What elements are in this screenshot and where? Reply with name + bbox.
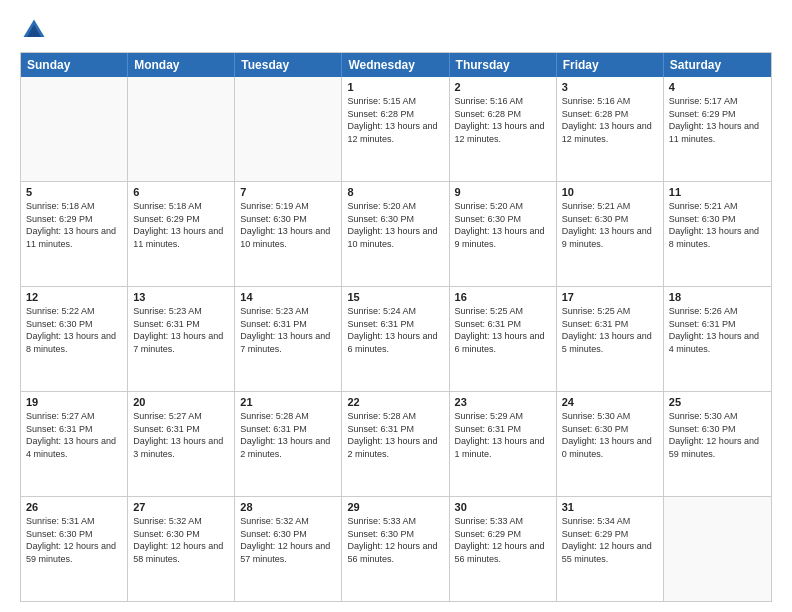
day-number: 24 bbox=[562, 396, 658, 408]
day-cell-5: 5Sunrise: 5:18 AM Sunset: 6:29 PM Daylig… bbox=[21, 182, 128, 286]
empty-cell-0-2 bbox=[235, 77, 342, 181]
day-number: 29 bbox=[347, 501, 443, 513]
day-info: Sunrise: 5:32 AM Sunset: 6:30 PM Dayligh… bbox=[133, 515, 229, 565]
day-info: Sunrise: 5:18 AM Sunset: 6:29 PM Dayligh… bbox=[26, 200, 122, 250]
day-info: Sunrise: 5:30 AM Sunset: 6:30 PM Dayligh… bbox=[562, 410, 658, 460]
day-cell-19: 19Sunrise: 5:27 AM Sunset: 6:31 PM Dayli… bbox=[21, 392, 128, 496]
day-number: 31 bbox=[562, 501, 658, 513]
day-number: 9 bbox=[455, 186, 551, 198]
empty-cell-0-1 bbox=[128, 77, 235, 181]
day-cell-25: 25Sunrise: 5:30 AM Sunset: 6:30 PM Dayli… bbox=[664, 392, 771, 496]
header-day-thursday: Thursday bbox=[450, 53, 557, 77]
calendar-row-0: 1Sunrise: 5:15 AM Sunset: 6:28 PM Daylig… bbox=[21, 77, 771, 181]
day-info: Sunrise: 5:16 AM Sunset: 6:28 PM Dayligh… bbox=[562, 95, 658, 145]
day-info: Sunrise: 5:21 AM Sunset: 6:30 PM Dayligh… bbox=[669, 200, 766, 250]
calendar-header: SundayMondayTuesdayWednesdayThursdayFrid… bbox=[21, 53, 771, 77]
day-cell-9: 9Sunrise: 5:20 AM Sunset: 6:30 PM Daylig… bbox=[450, 182, 557, 286]
day-cell-7: 7Sunrise: 5:19 AM Sunset: 6:30 PM Daylig… bbox=[235, 182, 342, 286]
day-number: 15 bbox=[347, 291, 443, 303]
day-info: Sunrise: 5:23 AM Sunset: 6:31 PM Dayligh… bbox=[133, 305, 229, 355]
logo bbox=[20, 16, 52, 44]
day-info: Sunrise: 5:29 AM Sunset: 6:31 PM Dayligh… bbox=[455, 410, 551, 460]
day-number: 16 bbox=[455, 291, 551, 303]
day-cell-31: 31Sunrise: 5:34 AM Sunset: 6:29 PM Dayli… bbox=[557, 497, 664, 601]
day-info: Sunrise: 5:30 AM Sunset: 6:30 PM Dayligh… bbox=[669, 410, 766, 460]
day-info: Sunrise: 5:17 AM Sunset: 6:29 PM Dayligh… bbox=[669, 95, 766, 145]
day-number: 22 bbox=[347, 396, 443, 408]
day-cell-28: 28Sunrise: 5:32 AM Sunset: 6:30 PM Dayli… bbox=[235, 497, 342, 601]
day-info: Sunrise: 5:27 AM Sunset: 6:31 PM Dayligh… bbox=[133, 410, 229, 460]
day-info: Sunrise: 5:20 AM Sunset: 6:30 PM Dayligh… bbox=[455, 200, 551, 250]
day-cell-17: 17Sunrise: 5:25 AM Sunset: 6:31 PM Dayli… bbox=[557, 287, 664, 391]
day-info: Sunrise: 5:23 AM Sunset: 6:31 PM Dayligh… bbox=[240, 305, 336, 355]
day-number: 8 bbox=[347, 186, 443, 198]
day-info: Sunrise: 5:18 AM Sunset: 6:29 PM Dayligh… bbox=[133, 200, 229, 250]
day-cell-24: 24Sunrise: 5:30 AM Sunset: 6:30 PM Dayli… bbox=[557, 392, 664, 496]
logo-icon bbox=[20, 16, 48, 44]
day-cell-20: 20Sunrise: 5:27 AM Sunset: 6:31 PM Dayli… bbox=[128, 392, 235, 496]
day-number: 27 bbox=[133, 501, 229, 513]
day-cell-11: 11Sunrise: 5:21 AM Sunset: 6:30 PM Dayli… bbox=[664, 182, 771, 286]
day-cell-8: 8Sunrise: 5:20 AM Sunset: 6:30 PM Daylig… bbox=[342, 182, 449, 286]
day-number: 19 bbox=[26, 396, 122, 408]
day-info: Sunrise: 5:24 AM Sunset: 6:31 PM Dayligh… bbox=[347, 305, 443, 355]
calendar-row-2: 12Sunrise: 5:22 AM Sunset: 6:30 PM Dayli… bbox=[21, 286, 771, 391]
day-number: 28 bbox=[240, 501, 336, 513]
day-cell-13: 13Sunrise: 5:23 AM Sunset: 6:31 PM Dayli… bbox=[128, 287, 235, 391]
day-info: Sunrise: 5:34 AM Sunset: 6:29 PM Dayligh… bbox=[562, 515, 658, 565]
header-day-sunday: Sunday bbox=[21, 53, 128, 77]
day-info: Sunrise: 5:33 AM Sunset: 6:29 PM Dayligh… bbox=[455, 515, 551, 565]
header-day-friday: Friday bbox=[557, 53, 664, 77]
day-cell-3: 3Sunrise: 5:16 AM Sunset: 6:28 PM Daylig… bbox=[557, 77, 664, 181]
day-cell-12: 12Sunrise: 5:22 AM Sunset: 6:30 PM Dayli… bbox=[21, 287, 128, 391]
day-cell-23: 23Sunrise: 5:29 AM Sunset: 6:31 PM Dayli… bbox=[450, 392, 557, 496]
day-number: 20 bbox=[133, 396, 229, 408]
day-info: Sunrise: 5:27 AM Sunset: 6:31 PM Dayligh… bbox=[26, 410, 122, 460]
calendar-body: 1Sunrise: 5:15 AM Sunset: 6:28 PM Daylig… bbox=[21, 77, 771, 601]
day-info: Sunrise: 5:26 AM Sunset: 6:31 PM Dayligh… bbox=[669, 305, 766, 355]
day-cell-27: 27Sunrise: 5:32 AM Sunset: 6:30 PM Dayli… bbox=[128, 497, 235, 601]
day-cell-26: 26Sunrise: 5:31 AM Sunset: 6:30 PM Dayli… bbox=[21, 497, 128, 601]
day-number: 30 bbox=[455, 501, 551, 513]
day-number: 5 bbox=[26, 186, 122, 198]
day-info: Sunrise: 5:28 AM Sunset: 6:31 PM Dayligh… bbox=[347, 410, 443, 460]
day-number: 7 bbox=[240, 186, 336, 198]
day-number: 10 bbox=[562, 186, 658, 198]
day-cell-15: 15Sunrise: 5:24 AM Sunset: 6:31 PM Dayli… bbox=[342, 287, 449, 391]
day-info: Sunrise: 5:22 AM Sunset: 6:30 PM Dayligh… bbox=[26, 305, 122, 355]
day-number: 11 bbox=[669, 186, 766, 198]
day-info: Sunrise: 5:19 AM Sunset: 6:30 PM Dayligh… bbox=[240, 200, 336, 250]
day-info: Sunrise: 5:16 AM Sunset: 6:28 PM Dayligh… bbox=[455, 95, 551, 145]
day-number: 6 bbox=[133, 186, 229, 198]
day-info: Sunrise: 5:28 AM Sunset: 6:31 PM Dayligh… bbox=[240, 410, 336, 460]
calendar-row-3: 19Sunrise: 5:27 AM Sunset: 6:31 PM Dayli… bbox=[21, 391, 771, 496]
day-info: Sunrise: 5:15 AM Sunset: 6:28 PM Dayligh… bbox=[347, 95, 443, 145]
day-number: 13 bbox=[133, 291, 229, 303]
day-info: Sunrise: 5:31 AM Sunset: 6:30 PM Dayligh… bbox=[26, 515, 122, 565]
day-cell-21: 21Sunrise: 5:28 AM Sunset: 6:31 PM Dayli… bbox=[235, 392, 342, 496]
day-number: 21 bbox=[240, 396, 336, 408]
day-cell-29: 29Sunrise: 5:33 AM Sunset: 6:30 PM Dayli… bbox=[342, 497, 449, 601]
day-number: 2 bbox=[455, 81, 551, 93]
day-info: Sunrise: 5:33 AM Sunset: 6:30 PM Dayligh… bbox=[347, 515, 443, 565]
day-number: 25 bbox=[669, 396, 766, 408]
day-cell-30: 30Sunrise: 5:33 AM Sunset: 6:29 PM Dayli… bbox=[450, 497, 557, 601]
day-cell-10: 10Sunrise: 5:21 AM Sunset: 6:30 PM Dayli… bbox=[557, 182, 664, 286]
empty-cell-4-6 bbox=[664, 497, 771, 601]
calendar-row-1: 5Sunrise: 5:18 AM Sunset: 6:29 PM Daylig… bbox=[21, 181, 771, 286]
day-cell-14: 14Sunrise: 5:23 AM Sunset: 6:31 PM Dayli… bbox=[235, 287, 342, 391]
day-number: 12 bbox=[26, 291, 122, 303]
day-number: 17 bbox=[562, 291, 658, 303]
day-number: 14 bbox=[240, 291, 336, 303]
day-info: Sunrise: 5:21 AM Sunset: 6:30 PM Dayligh… bbox=[562, 200, 658, 250]
day-cell-18: 18Sunrise: 5:26 AM Sunset: 6:31 PM Dayli… bbox=[664, 287, 771, 391]
day-number: 3 bbox=[562, 81, 658, 93]
day-cell-2: 2Sunrise: 5:16 AM Sunset: 6:28 PM Daylig… bbox=[450, 77, 557, 181]
header-day-monday: Monday bbox=[128, 53, 235, 77]
day-cell-6: 6Sunrise: 5:18 AM Sunset: 6:29 PM Daylig… bbox=[128, 182, 235, 286]
header-day-saturday: Saturday bbox=[664, 53, 771, 77]
day-cell-22: 22Sunrise: 5:28 AM Sunset: 6:31 PM Dayli… bbox=[342, 392, 449, 496]
day-info: Sunrise: 5:20 AM Sunset: 6:30 PM Dayligh… bbox=[347, 200, 443, 250]
page: SundayMondayTuesdayWednesdayThursdayFrid… bbox=[0, 0, 792, 612]
day-cell-4: 4Sunrise: 5:17 AM Sunset: 6:29 PM Daylig… bbox=[664, 77, 771, 181]
